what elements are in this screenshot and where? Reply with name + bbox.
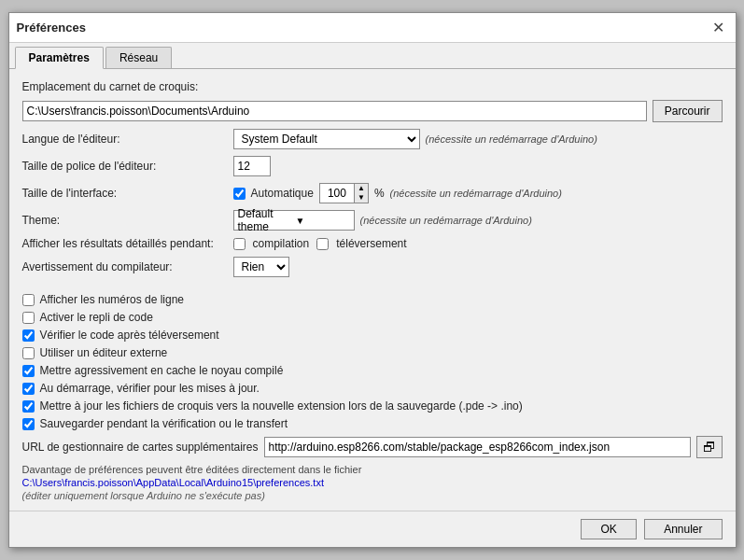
theme-label: Theme: bbox=[22, 214, 228, 227]
browse-button[interactable]: Parcourir bbox=[653, 100, 723, 122]
url-input[interactable] bbox=[264, 437, 691, 457]
tab-parametres[interactable]: Paramètres bbox=[15, 47, 104, 69]
interface-auto-checkbox[interactable] bbox=[233, 188, 246, 200]
aggressive-cache-label: Mettre agressivement en cache le noyau c… bbox=[40, 364, 284, 377]
tabs-bar: Paramètres Réseau bbox=[9, 43, 736, 69]
compiler-warn-row: Avertissement du compilateur: Rien bbox=[22, 257, 723, 277]
line-numbers-checkbox[interactable] bbox=[22, 294, 35, 306]
aggressive-cache-checkbox[interactable] bbox=[22, 365, 35, 377]
show-results-label: Afficher les résultats détaillés pendant… bbox=[22, 237, 228, 250]
checkbox-update-extension: Mettre à jour les fichiers de croquis ve… bbox=[22, 399, 723, 413]
checkboxes-section: Afficher les numéros de ligne Activer le… bbox=[22, 293, 723, 430]
url-row: URL de gestionnaire de cartes supplément… bbox=[22, 436, 723, 458]
upload-checkbox[interactable] bbox=[316, 238, 329, 250]
checkbox-check-updates: Au démarrage, vérifier pour les mises à … bbox=[22, 382, 723, 395]
theme-note: (nécessite un redémarrage d'Arduino) bbox=[360, 215, 532, 226]
theme-row: Theme: Default theme ▼ (nécessite un red… bbox=[22, 210, 723, 231]
preferences-dialog: Préférences ✕ Paramètres Réseau Emplacem… bbox=[8, 12, 737, 548]
info-note: (éditer uniquement lorsque Arduino ne s'… bbox=[22, 490, 723, 501]
interface-auto-label: Automatique bbox=[251, 187, 314, 200]
tab-reseau[interactable]: Réseau bbox=[105, 47, 172, 68]
save-verify-checkbox[interactable] bbox=[22, 418, 35, 430]
ok-button[interactable]: OK bbox=[581, 519, 637, 539]
dialog-footer: OK Annuler bbox=[9, 511, 736, 547]
dialog-title: Préférences bbox=[17, 21, 86, 35]
theme-dropdown-arrow: ▼ bbox=[296, 216, 350, 226]
language-select[interactable]: System Default bbox=[233, 129, 420, 149]
language-note: (nécessite un redémarrage d'Arduino) bbox=[426, 133, 597, 145]
checkbox-code-folding: Activer le repli de code bbox=[22, 311, 723, 324]
results-checks: compilation téléversement bbox=[233, 237, 407, 250]
verify-after-upload-checkbox[interactable] bbox=[22, 329, 35, 342]
update-extension-checkbox[interactable] bbox=[22, 400, 35, 413]
line-numbers-label: Afficher les numéros de ligne bbox=[40, 293, 185, 306]
code-folding-label: Activer le repli de code bbox=[40, 311, 153, 324]
interface-pct-spinner: ▲ ▼ bbox=[319, 183, 369, 203]
info-path: C:\Users\francis.poisson\AppData\Local\A… bbox=[22, 477, 723, 488]
external-editor-label: Utiliser un éditeur externe bbox=[40, 346, 168, 359]
url-label: URL de gestionnaire de cartes supplément… bbox=[22, 441, 259, 454]
theme-dropdown[interactable]: Default theme ▼ bbox=[233, 210, 355, 231]
checkbox-verify-after-upload: Vérifier le code après téléversement bbox=[22, 329, 723, 342]
sketchbook-row: Emplacement du carnet de croquis: bbox=[22, 80, 723, 93]
sketchbook-label: Emplacement du carnet de croquis: bbox=[22, 80, 199, 93]
url-icon-button[interactable]: 🗗 bbox=[696, 436, 723, 458]
compilation-checkbox[interactable] bbox=[233, 238, 246, 250]
font-size-label: Taille de police de l'éditeur: bbox=[22, 160, 228, 173]
interface-size-row: Taille de l'interface: Automatique ▲ ▼ %… bbox=[22, 183, 723, 203]
spinner-buttons: ▲ ▼ bbox=[355, 183, 369, 203]
font-size-row: Taille de police de l'éditeur: bbox=[22, 156, 723, 176]
settings-content: Emplacement du carnet de croquis: Parcou… bbox=[9, 69, 736, 511]
compiler-warn-select[interactable]: Rien bbox=[233, 257, 289, 277]
update-extension-label: Mettre à jour les fichiers de croquis ve… bbox=[40, 399, 523, 413]
checkbox-line-numbers: Afficher les numéros de ligne bbox=[22, 293, 723, 306]
interface-size-label: Taille de l'interface: bbox=[22, 187, 228, 200]
compiler-warn-label: Avertissement du compilateur: bbox=[22, 260, 228, 273]
interface-pct-unit: % bbox=[374, 187, 385, 200]
font-size-input[interactable] bbox=[233, 156, 271, 176]
sketchbook-input[interactable] bbox=[22, 101, 647, 121]
check-updates-label: Au démarrage, vérifier pour les mises à … bbox=[40, 382, 260, 395]
language-label: Langue de l'éditeur: bbox=[22, 133, 228, 146]
show-results-row: Afficher les résultats détaillés pendant… bbox=[22, 237, 723, 250]
save-verify-label: Sauvegarder pendant la vérification ou l… bbox=[40, 417, 288, 430]
sketchbook-input-row: Parcourir bbox=[22, 100, 723, 122]
compilation-label: compilation bbox=[253, 237, 310, 250]
code-folding-checkbox[interactable] bbox=[22, 312, 35, 324]
interface-note: (nécessite un redémarrage d'Arduino) bbox=[390, 188, 562, 199]
checkbox-external-editor: Utiliser un éditeur externe bbox=[22, 346, 723, 359]
cancel-button[interactable]: Annuler bbox=[644, 519, 722, 539]
interface-pct-input[interactable] bbox=[319, 183, 355, 203]
checkbox-save-verify: Sauvegarder pendant la vérification ou l… bbox=[22, 417, 723, 430]
close-button[interactable]: ✕ bbox=[709, 19, 728, 36]
spinner-down[interactable]: ▼ bbox=[355, 193, 368, 203]
theme-value: Default theme bbox=[238, 207, 292, 233]
checkbox-aggressive-cache: Mettre agressivement en cache le noyau c… bbox=[22, 364, 723, 377]
spinner-up[interactable]: ▲ bbox=[355, 184, 368, 193]
title-bar: Préférences ✕ bbox=[9, 13, 736, 43]
info-line1: Davantage de préférences peuvent être éd… bbox=[22, 464, 723, 475]
external-editor-checkbox[interactable] bbox=[22, 347, 35, 359]
check-updates-checkbox[interactable] bbox=[22, 383, 35, 395]
upload-label: téléversement bbox=[336, 237, 406, 250]
language-row: Langue de l'éditeur: System Default (néc… bbox=[22, 129, 723, 149]
verify-after-upload-label: Vérifier le code après téléversement bbox=[40, 329, 219, 342]
